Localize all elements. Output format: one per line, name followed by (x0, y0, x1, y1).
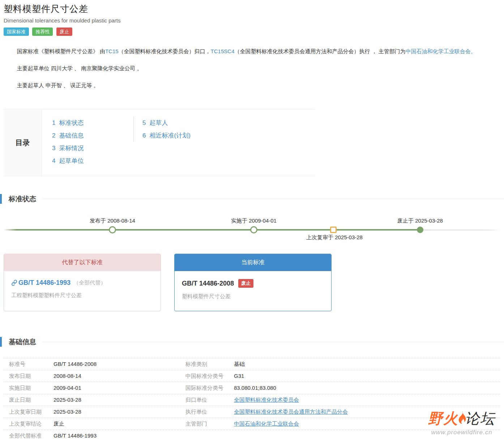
intro-text: （全国塑料标准化技术委员会通用方法和产品分会）执行 ， 主管部门为 (234, 48, 405, 54)
toc-item-number: 5 (142, 119, 146, 126)
intro-paragraph-2: 主要起草单位 四川大学 、 南京聚隆化学实业公司 。 (4, 63, 500, 74)
ministry-link[interactable]: 中国石油和化学工业联合会。 (406, 48, 476, 54)
row-value: 2008-08-14 (54, 373, 185, 379)
section-accent-bar (0, 194, 2, 204)
intro-paragraph-1: 国家标准《塑料模塑件尺寸公差》 由TC15（全国塑料标准化技术委员会）归口，TC… (4, 46, 500, 57)
section-header-standard-status: 标准状态 (0, 194, 504, 204)
toc-item-label: 起草人 (149, 119, 168, 126)
timeline-label-published: 发布于 2008-08-14 (90, 218, 135, 224)
table-row: 上次复审结论 废止 主管部门 中国石油和化学工业联合会 (4, 418, 500, 430)
row-label: 国际标准分类号 (185, 385, 234, 391)
current-standard-card: 当前标准 GB/T 14486-2008 废止 塑料模塑件尺寸公差 (174, 254, 332, 311)
toc-item-label: 起草单位 (59, 157, 84, 164)
page-subtitle: Dimensional tolerances for moulded plast… (4, 17, 500, 24)
section-accent-bar (0, 337, 2, 347)
timeline-line-future (420, 229, 500, 231)
toc-body: 1标准状态 2基础信息 3采标情况 4起草单位 5起草人 6相近标准(计划) (42, 109, 315, 176)
section-rule (42, 342, 504, 342)
replaced-standard-name: 工程塑料模塑塑料件尺寸公差 (11, 292, 153, 299)
table-row: 发布日期 2008-08-14 中国标准分类号 G31 (4, 370, 500, 382)
intro-paragraph-3: 主要起草人 申开智 、 误正元等 。 (4, 80, 500, 91)
toc-item-label: 采标情况 (59, 145, 84, 152)
timeline-marker-published-icon (109, 226, 116, 233)
replaced-card-body: GB/T 14486-1993 （全部代替） 工程塑料模塑塑料件尺寸公差 (4, 271, 161, 310)
section-title: 基础信息 (9, 337, 36, 347)
row-label: 主管部门 (185, 421, 234, 427)
toc-item-label: 标准状态 (59, 119, 84, 126)
current-standard-name: 塑料模塑件尺寸公差 (182, 293, 324, 300)
watermark-brand-left: 野火 (428, 409, 458, 429)
toc-item-basic-info[interactable]: 2基础信息 (52, 129, 133, 142)
toc-item-adoption[interactable]: 3采标情况 (52, 142, 133, 155)
timeline-label-reviewed: 上次复审于 2025-03-28 (306, 234, 363, 241)
badge-national-standard: 国家标准 (4, 28, 29, 36)
watermark-brand: 野火 论坛 (428, 409, 495, 429)
row-value: 83.080.01;83.080 (234, 385, 500, 391)
toc-column-1: 1标准状态 2基础信息 3采标情况 4起草单位 (52, 117, 133, 167)
table-row: 废止日期 2025-03-28 归口单位 全国塑料标准化技术委员会 (4, 394, 500, 406)
timeline-marker-implemented-icon (250, 226, 257, 233)
timeline-marker-reviewed-icon (330, 227, 337, 233)
row-value: GB/T 14486-2008 (54, 361, 185, 367)
replaced-standard-card: 代替了以下标准 GB/T 14486-1993 （全部代替） 工程 (4, 254, 161, 311)
row-label: 标准号 (4, 361, 54, 367)
section-rule (42, 199, 504, 199)
row-label: 执行单位 (185, 409, 234, 415)
toc-item-number: 2 (52, 132, 55, 139)
toc-label: 目录 (4, 109, 42, 176)
row-label: 上次复审日期 (4, 409, 54, 415)
table-row: 标准号 GB/T 14486-2008 标准类别 基础 (4, 358, 500, 370)
toc-item-similar-standards[interactable]: 6相近标准(计划) (142, 129, 191, 142)
row-label: 实施日期 (4, 385, 54, 391)
row-label: 归口单位 (185, 397, 234, 403)
table-row: 全部代替标准 GB/T 14486-1993 (4, 430, 500, 439)
replaced-card-header: 代替了以下标准 (4, 254, 161, 271)
standard-cards: 代替了以下标准 GB/T 14486-1993 （全部代替） 工程 (4, 254, 500, 311)
badge-recommended: 推荐性 (32, 28, 53, 36)
table-of-contents: 目录 1标准状态 2基础信息 3采标情况 4起草单位 5起草人 6相近标准(计划… (4, 109, 315, 176)
toc-item-label: 基础信息 (59, 132, 84, 139)
badge-row: 国家标准 推荐性 废止 (4, 28, 500, 36)
executive-unit-link[interactable]: 全国塑料标准化技术委员会通用方法和产品分会 (234, 409, 348, 415)
current-standard-code: GB/T 14486-2008 (182, 280, 234, 287)
row-value: 废止 (54, 421, 185, 427)
timeline-label-implemented: 实施于 2009-04-01 (231, 218, 277, 224)
replaced-note: （全部代替） (73, 279, 106, 286)
toc-item-standard-status[interactable]: 1标准状态 (52, 117, 133, 129)
replaced-standard-code: GB/T 14486-1993 (18, 279, 71, 287)
intro-text: （全国塑料标准化技术委员会）归口， (119, 48, 211, 54)
row-value: 基础 (234, 361, 500, 367)
badge-abolished: 废止 (56, 28, 72, 36)
competent-department-link[interactable]: 中国石油和化学工业联合会 (234, 421, 299, 427)
current-card-header: 当前标准 (175, 254, 331, 271)
section-header-basic-info: 基础信息 (0, 337, 504, 347)
row-label: 发布日期 (4, 373, 54, 379)
toc-item-drafting-org[interactable]: 4起草单位 (52, 155, 133, 167)
tc15sc4-link[interactable]: TC15SC4 (211, 48, 235, 54)
intro-paragraphs: 国家标准《塑料模塑件尺寸公差》 由TC15（全国塑料标准化技术委员会）归口，TC… (4, 46, 500, 91)
row-label: 中国标准分类号 (185, 373, 234, 379)
link-icon (11, 280, 17, 286)
timeline-line-active (4, 229, 420, 231)
intro-text: 国家标准《塑料模塑件尺寸公差》 由 (17, 48, 105, 54)
row-value: GB/T 14486-1993 (54, 432, 185, 439)
tc15-link[interactable]: TC15 (105, 48, 119, 54)
status-timeline: 发布于 2008-08-14 实施于 2009-04-01 废止于 2025-0… (0, 217, 504, 245)
row-value: 2025-03-28 (54, 397, 185, 403)
toc-item-label: 相近标准(计划) (149, 132, 190, 139)
watermark-url: www.proewildfire.cn (428, 429, 495, 436)
row-label: 上次复审结论 (4, 421, 54, 427)
row-label: 废止日期 (4, 397, 54, 403)
replaced-standard-link[interactable]: GB/T 14486-1993 (11, 279, 71, 287)
watermark-brand-right: 论坛 (465, 409, 495, 429)
toc-item-drafters[interactable]: 5起草人 (142, 117, 191, 129)
page-title: 塑料模塑件尺寸公差 (4, 3, 500, 15)
section-title: 标准状态 (9, 194, 36, 204)
basic-info-table: 标准号 GB/T 14486-2008 标准类别 基础 发布日期 2008-08… (4, 358, 500, 439)
row-label: 标准类别 (185, 361, 234, 367)
centralized-unit-link[interactable]: 全国塑料标准化技术委员会 (234, 397, 299, 403)
toc-item-number: 4 (52, 157, 55, 164)
row-value: 2025-03-28 (54, 409, 185, 415)
current-card-body: GB/T 14486-2008 废止 塑料模塑件尺寸公差 (175, 271, 331, 311)
timeline-marker-abolished-icon (417, 227, 423, 233)
